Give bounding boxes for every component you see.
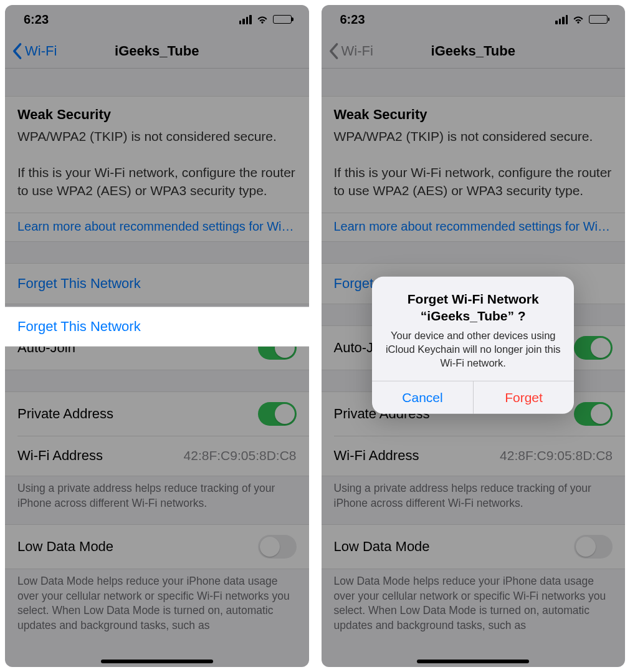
battery-icon: [273, 15, 292, 24]
weak-security-heading: Weak Security: [17, 107, 297, 123]
status-time: 6:23: [24, 12, 49, 27]
phone-right: 6:23 Wi-Fi iGeeks_Tube Weak Security WPA…: [322, 5, 626, 667]
battery-icon: [589, 15, 608, 24]
alert-cancel-button[interactable]: Cancel: [372, 382, 473, 414]
low-data-row[interactable]: Low Data Mode: [5, 525, 309, 569]
chevron-left-icon: [11, 42, 22, 60]
forget-confirm-alert: Forget Wi-Fi Network “iGeeks_Tube” ? You…: [372, 277, 574, 414]
learn-more-link[interactable]: Learn more about recommended settings fo…: [322, 213, 626, 242]
wifi-address-value: 42:8F:C9:05:8D:C8: [184, 448, 297, 463]
status-time: 6:23: [340, 12, 365, 27]
back-label: Wi-Fi: [25, 43, 57, 59]
weak-security-body: WPA/WPA2 (TKIP) is not considered secure…: [17, 128, 297, 200]
forget-network-row[interactable]: Forget This Network: [5, 264, 309, 304]
status-bar: 6:23: [322, 5, 626, 34]
low-data-label: Low Data Mode: [334, 539, 430, 555]
weak-security-heading: Weak Security: [334, 107, 613, 123]
wifi-icon: [256, 13, 269, 26]
status-bar: 6:23: [5, 5, 309, 34]
wifi-address-row: Wi-Fi Address 42:8F:C9:05:8D:C8: [17, 436, 309, 476]
home-indicator: [101, 660, 213, 663]
wifi-icon: [572, 13, 585, 26]
weak-security-body: WPA/WPA2 (TKIP) is not considered secure…: [334, 128, 613, 200]
page-title: iGeeks_Tube: [115, 43, 199, 59]
weak-security-block: Weak Security WPA/WPA2 (TKIP) is not con…: [322, 96, 626, 213]
forget-network-row-highlight[interactable]: Forget This Network: [5, 307, 309, 347]
wifi-address-label: Wi-Fi Address: [17, 448, 103, 464]
auto-join-toggle[interactable]: [574, 336, 613, 360]
private-address-footer: Using a private address helps reduce tra…: [5, 476, 309, 524]
home-indicator: [417, 660, 529, 663]
chevron-left-icon: [328, 42, 339, 60]
low-data-label: Low Data Mode: [17, 539, 113, 555]
wifi-address-row: Wi-Fi Address 42:8F:C9:05:8D:C8: [334, 436, 626, 476]
nav-bar: Wi-Fi iGeeks_Tube: [5, 34, 309, 69]
private-address-toggle[interactable]: [258, 402, 297, 426]
phone-left: 6:23 Wi-Fi iGeeks_Tube Weak Security WPA…: [5, 5, 309, 667]
low-data-footer: Low Data Mode helps reduce your iPhone d…: [322, 569, 626, 647]
learn-more-link[interactable]: Learn more about recommended settings fo…: [5, 213, 309, 242]
forget-network-label: Forget This Network: [17, 319, 141, 335]
low-data-footer: Low Data Mode helps reduce your iPhone d…: [5, 569, 309, 647]
wifi-address-label: Wi-Fi Address: [334, 448, 419, 464]
back-button[interactable]: Wi-Fi: [328, 34, 373, 68]
nav-bar: Wi-Fi iGeeks_Tube: [322, 34, 626, 69]
weak-security-block: Weak Security WPA/WPA2 (TKIP) is not con…: [5, 96, 309, 213]
alert-title: Forget Wi-Fi Network “iGeeks_Tube” ?: [382, 290, 564, 325]
low-data-row[interactable]: Low Data Mode: [322, 525, 626, 569]
low-data-toggle[interactable]: [258, 535, 297, 559]
cellular-signal-icon: [239, 15, 252, 24]
back-label: Wi-Fi: [341, 43, 373, 59]
low-data-toggle[interactable]: [574, 535, 613, 559]
alert-forget-button[interactable]: Forget: [473, 382, 575, 414]
cellular-signal-icon: [555, 15, 568, 24]
alert-message: Your device and other devices using iClo…: [382, 328, 564, 370]
private-address-footer: Using a private address helps reduce tra…: [322, 476, 626, 524]
private-address-toggle[interactable]: [574, 402, 613, 426]
forget-network-label: Forget This Network: [17, 276, 141, 292]
private-address-label: Private Address: [17, 406, 113, 422]
back-button[interactable]: Wi-Fi: [11, 34, 57, 68]
private-address-row[interactable]: Private Address: [5, 392, 309, 436]
page-title: iGeeks_Tube: [431, 43, 515, 59]
wifi-address-value: 42:8F:C9:05:8D:C8: [500, 448, 613, 463]
